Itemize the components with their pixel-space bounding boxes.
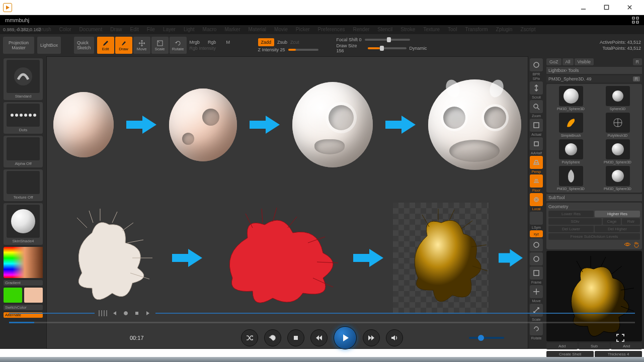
tab-visible[interactable]: Visible: [575, 58, 594, 65]
menu-item[interactable]: Tool: [448, 25, 457, 34]
actual-button[interactable]: [530, 119, 543, 132]
menu-item[interactable]: Stroke: [400, 25, 415, 34]
lower-res-button[interactable]: Lower Res: [548, 211, 594, 217]
mrgb-button[interactable]: Mrgb: [190, 40, 200, 45]
expand-icon[interactable]: [632, 17, 639, 24]
previous-button[interactable]: [310, 329, 328, 346]
xyz-button[interactable]: xyz: [530, 230, 543, 237]
menu-item[interactable]: Transform: [465, 25, 488, 34]
menu-item[interactable]: Stencil: [377, 25, 392, 34]
draw-mode-button[interactable]: Draw: [115, 37, 132, 54]
brush-picker[interactable]: Standard: [4, 58, 43, 100]
menu-item[interactable]: Document: [79, 25, 103, 34]
move-mode-button[interactable]: Move: [133, 37, 150, 54]
app-timeline[interactable]: [9, 308, 635, 319]
aahalf-button[interactable]: [530, 137, 543, 150]
tab-goz[interactable]: GoZ: [546, 58, 561, 65]
freeze-subdiv-button[interactable]: Freeze SubDivision Levels: [548, 233, 640, 240]
tool-thumbnail[interactable]: PM3D_Sphere3D: [548, 166, 593, 191]
menu-item[interactable]: Zplugin: [496, 25, 513, 34]
current-tool-label[interactable]: PM3D_Sphere3D. 49R: [546, 75, 642, 82]
tool-thumbnail[interactable]: PolyMesh3D: [595, 113, 640, 137]
menu-item[interactable]: Render: [353, 25, 370, 34]
menu-item[interactable]: Marker: [224, 25, 240, 34]
geometry-header[interactable]: Geometry: [548, 204, 640, 209]
texture-picker[interactable]: Texture Off: [4, 169, 43, 201]
mute-button[interactable]: [386, 329, 403, 346]
menu-item[interactable]: Light: [184, 25, 195, 34]
lightbox-button[interactable]: LightBox: [37, 37, 61, 54]
swatch-secondary[interactable]: [4, 288, 22, 303]
dynamic-toggle[interactable]: Dynamic: [410, 46, 427, 51]
menu-item[interactable]: Zscript: [520, 25, 535, 34]
play-button[interactable]: [334, 326, 357, 349]
alpha-picker[interactable]: Alpha Off: [4, 136, 43, 167]
higher-res-button[interactable]: Higher Res: [595, 211, 640, 217]
focal-shift-slider[interactable]: [365, 39, 410, 41]
menu-item[interactable]: Edit: [130, 25, 139, 34]
timeline-next-button[interactable]: [144, 310, 151, 317]
tab-r[interactable]: R: [633, 58, 642, 65]
scroll-button[interactable]: [530, 81, 543, 95]
menu-item[interactable]: Draw: [110, 25, 122, 34]
menu-item[interactable]: Material: [249, 25, 267, 34]
zadd-button[interactable]: Zadd: [258, 38, 275, 46]
tool-thumbnail[interactable]: PM3D_Sphere3D: [548, 86, 593, 111]
edit-mode-button[interactable]: Edit: [97, 37, 114, 54]
transp-button[interactable]: [530, 238, 543, 251]
draw-size-slider[interactable]: [368, 47, 407, 49]
tool-thumbnail[interactable]: Sphere3D: [595, 86, 640, 111]
eye-icon[interactable]: [624, 241, 631, 248]
frame-button[interactable]: [530, 266, 543, 280]
window-close-button[interactable]: [618, 1, 641, 15]
timeline-prev-button[interactable]: [111, 310, 118, 317]
tab-all[interactable]: All: [562, 58, 574, 65]
zcut-button[interactable]: Zcut: [290, 40, 299, 45]
menu-item[interactable]: Macro: [203, 25, 217, 34]
local-button[interactable]: [530, 193, 543, 206]
menu-item[interactable]: Picker: [296, 25, 310, 34]
menu-item[interactable]: Color: [59, 25, 71, 34]
shuffle-button[interactable]: [241, 329, 258, 346]
ghost-button[interactable]: [530, 252, 543, 265]
swatch-primary[interactable]: [24, 288, 43, 303]
menu-item[interactable]: Movie: [274, 25, 288, 34]
zoom-button[interactable]: [530, 100, 543, 113]
repeat-button[interactable]: [264, 329, 281, 346]
timeline-stop-button[interactable]: [133, 310, 140, 317]
quick-sketch-button[interactable]: Quick Sketch: [74, 37, 94, 54]
lightbox-tools-header[interactable]: Lightbox› Tools: [546, 67, 642, 74]
fullscreen-button[interactable]: [616, 333, 625, 342]
gradient-toggle[interactable]: Gradient: [4, 280, 43, 286]
tool-thumbnail[interactable]: PM3D_Sphere3D: [595, 139, 640, 164]
projection-master-button[interactable]: Projection Master: [3, 37, 34, 54]
stroke-picker[interactable]: Dots: [4, 102, 43, 134]
subtool-header[interactable]: SubTool: [546, 194, 642, 201]
timeline-loop-button[interactable]: [122, 310, 129, 317]
zsub-button[interactable]: Zsub: [277, 40, 287, 45]
window-maximize-button[interactable]: [595, 1, 618, 15]
move-view-button[interactable]: [530, 285, 543, 298]
scale-mode-button[interactable]: Scale: [151, 37, 169, 54]
viewport[interactable]: [46, 56, 528, 349]
del-higher-button[interactable]: Del Higher: [595, 226, 640, 232]
stop-button[interactable]: [287, 329, 304, 346]
menu-item[interactable]: Layer: [163, 25, 176, 34]
tool-thumbnail[interactable]: PM3D_Sphere3D: [595, 166, 640, 191]
del-lower-button[interactable]: Del Lower: [548, 226, 594, 232]
tool-thumbnail[interactable]: SimpleBrush: [548, 113, 593, 137]
seek-bar[interactable]: [9, 322, 635, 323]
rstr-button[interactable]: Rstr: [622, 218, 640, 225]
rotate-mode-button[interactable]: Rotate: [170, 37, 187, 54]
menu-item[interactable]: File: [147, 25, 155, 34]
bpr-button[interactable]: [530, 58, 543, 71]
cage-button[interactable]: Cage: [603, 218, 621, 225]
next-button[interactable]: [363, 329, 380, 346]
menu-item[interactable]: Preferences: [318, 25, 345, 34]
color-picker[interactable]: [4, 247, 43, 278]
m-button[interactable]: M: [226, 40, 230, 45]
hand-icon[interactable]: [633, 241, 640, 248]
tool-thumbnail[interactable]: PolySphere: [548, 139, 593, 164]
rgb-button[interactable]: Rgb: [208, 40, 216, 45]
floor-button[interactable]: [530, 174, 543, 188]
